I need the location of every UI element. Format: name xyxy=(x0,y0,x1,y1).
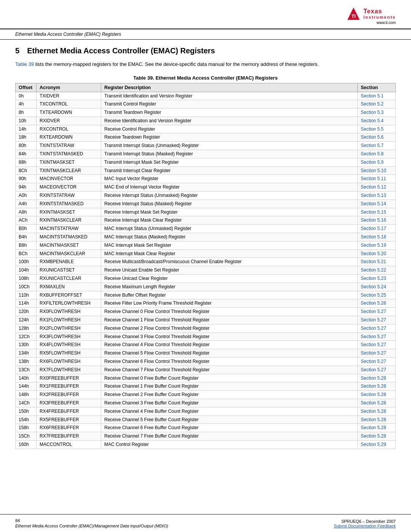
section-link[interactable]: Section 5.8 xyxy=(361,151,384,157)
table-row: BChMACINTMASKCLEARMAC Interrupt Mask Cle… xyxy=(16,249,396,258)
cell-section: Section 5.8 xyxy=(358,150,396,158)
cell-offset: 14Ch xyxy=(16,399,37,407)
section-link[interactable]: Section 5.27 xyxy=(361,359,386,364)
cell-offset: 160h xyxy=(16,440,37,449)
section-link[interactable]: Section 5.28 xyxy=(361,425,386,430)
section-link[interactable]: Section 5.27 xyxy=(361,342,386,347)
cell-section: Section 5.13 xyxy=(358,192,396,200)
table-row: 104hRXUNICASTSETReceive Unicast Enable S… xyxy=(16,266,396,275)
section-link[interactable]: Section 5.20 xyxy=(361,251,386,256)
section-link[interactable]: Section 5.21 xyxy=(361,259,386,264)
section-link[interactable]: Section 5.26 xyxy=(361,300,386,306)
cell-description: Receive Channel 0 Flow Control Threshold… xyxy=(101,308,358,316)
section-link[interactable]: Section 5.12 xyxy=(361,184,386,190)
section-link[interactable]: Section 5.28 xyxy=(361,383,386,389)
feedback-anchor[interactable]: Submit Documentation Feedback xyxy=(334,524,396,528)
section-link[interactable]: Section 5.28 xyxy=(361,375,386,381)
cell-offset: 138h xyxy=(16,358,37,366)
section-link[interactable]: Section 5.14 xyxy=(361,201,386,206)
ti-logo: TI Texas Instruments www.ti.com xyxy=(347,7,396,25)
col-header-offset: Offset xyxy=(16,83,37,92)
section-link[interactable]: Section 5.4 xyxy=(361,118,384,123)
section-link[interactable]: Section 5.1 xyxy=(361,93,384,99)
cell-offset: 114h xyxy=(16,299,37,308)
cell-section: Section 5.27 xyxy=(358,341,396,349)
section-link[interactable]: Section 5.23 xyxy=(361,276,386,281)
table-row: 4hTXCONTROLTransmit Control RegisterSect… xyxy=(16,100,396,109)
cell-acronym: RXUNICASTCLEAR xyxy=(37,275,101,283)
section-link[interactable]: Section 5.27 xyxy=(361,334,386,339)
section-link[interactable]: Section 5.27 xyxy=(361,367,386,372)
cell-section: Section 5.16 xyxy=(358,216,396,225)
table39-link[interactable]: Table 39 xyxy=(15,61,34,67)
table-row: 14hRXCONTROLReceive Control RegisterSect… xyxy=(16,125,396,133)
cell-acronym: RXTEARDOWN xyxy=(37,133,101,142)
section-link[interactable]: Section 5.28 xyxy=(361,400,386,406)
cell-acronym: RX4FREEBUFFER xyxy=(37,407,101,415)
table-row: 0hTXIDVERTransmit Identification and Ver… xyxy=(16,92,396,100)
cell-description: Receive Interrupt Status (Unmasked) Regi… xyxy=(101,192,358,200)
table-row: 114hRXFILTERLOWTHRESHReceive Filter Low … xyxy=(16,299,396,308)
cell-description: Transmit Interrupt Clear Register xyxy=(101,166,358,175)
cell-acronym: RXBUFFEROFFSET xyxy=(37,291,101,299)
table-row: 108hRXUNICASTCLEARReceive Unicast Clear … xyxy=(16,275,396,283)
cell-acronym: RX2FLOWTHRESH xyxy=(37,324,101,332)
feedback-link[interactable]: Submit Documentation Feedback xyxy=(334,524,396,528)
section-link[interactable]: Section 5.3 xyxy=(361,110,384,115)
cell-section: Section 5.2 xyxy=(358,100,396,109)
cell-section: Section 5.14 xyxy=(358,200,396,208)
section-link[interactable]: Section 5.13 xyxy=(361,193,386,198)
section-link[interactable]: Section 5.5 xyxy=(361,126,384,132)
section-link[interactable]: Section 5.22 xyxy=(361,267,386,273)
section-link[interactable]: Section 5.17 xyxy=(361,226,386,231)
cell-offset: 148h xyxy=(16,391,37,399)
section-link[interactable]: Section 5.16 xyxy=(361,217,386,223)
cell-section: Section 5.27 xyxy=(358,366,396,374)
ti-logo-icon: TI xyxy=(347,7,360,21)
table-row: 12ChRX3FLOWTHRESHReceive Channel 3 Flow … xyxy=(16,332,396,341)
cell-offset: 104h xyxy=(16,266,37,275)
table-row: 150hRX4FREEBUFFERReceive Channel 4 Free … xyxy=(16,407,396,415)
section-link[interactable]: Section 5.25 xyxy=(361,292,386,298)
cell-section: Section 5.27 xyxy=(358,324,396,332)
cell-section: Section 5.19 xyxy=(358,241,396,249)
section-link[interactable]: Section 5.27 xyxy=(361,309,386,314)
cell-offset: 8h xyxy=(16,109,37,117)
section-link[interactable]: Section 5.9 xyxy=(361,160,384,165)
chapter-number: 5 xyxy=(15,46,19,55)
cell-offset: 120h xyxy=(16,308,37,316)
intro-paragraph: Table 39 lists the memory-mapped registe… xyxy=(15,61,396,68)
cell-offset: 110h xyxy=(16,291,37,299)
section-link[interactable]: Section 5.27 xyxy=(361,317,386,323)
section-link[interactable]: Section 5.27 xyxy=(361,350,386,356)
section-link[interactable]: Section 5.15 xyxy=(361,209,386,215)
cell-offset: 128h xyxy=(16,324,37,332)
section-link[interactable]: Section 5.29 xyxy=(361,442,386,447)
cell-description: MAC Control Register xyxy=(101,440,358,449)
cell-offset: 158h xyxy=(16,424,37,432)
cell-acronym: RX6FREEBUFFER xyxy=(37,424,101,432)
section-link[interactable]: Section 5.28 xyxy=(361,409,386,414)
section-link[interactable]: Section 5.6 xyxy=(361,134,384,140)
section-link[interactable]: Section 5.10 xyxy=(361,168,386,173)
cell-acronym: RXINTMASKSET xyxy=(37,208,101,216)
section-link[interactable]: Section 5.24 xyxy=(361,284,386,289)
section-link[interactable]: Section 5.28 xyxy=(361,433,386,439)
section-link[interactable]: Section 5.7 xyxy=(361,143,384,148)
section-link[interactable]: Section 5.2 xyxy=(361,101,384,107)
cell-offset: 144h xyxy=(16,382,37,391)
col-header-section: Section xyxy=(358,83,396,92)
section-link[interactable]: Section 5.11 xyxy=(361,176,386,181)
cell-description: MAC Interrupt Mask Clear Register xyxy=(101,249,358,258)
ti-instruments: Instruments xyxy=(363,15,396,19)
cell-description: Receive Channel 7 Flow Control Threshold… xyxy=(101,366,358,374)
section-link[interactable]: Section 5.28 xyxy=(361,392,386,397)
table-row: 84hTXINTSTATMASKEDTransmit Interrupt Sta… xyxy=(16,150,396,158)
cell-offset: 88h xyxy=(16,158,37,166)
table-row: 160hMACCONTROLMAC Control RegisterSectio… xyxy=(16,440,396,449)
section-link[interactable]: Section 5.27 xyxy=(361,326,386,331)
section-link[interactable]: Section 5.19 xyxy=(361,243,386,248)
breadcrumb: Ethernet Media Access Controller (EMAC) … xyxy=(0,29,411,40)
section-link[interactable]: Section 5.28 xyxy=(361,417,386,422)
section-link[interactable]: Section 5.18 xyxy=(361,234,386,240)
